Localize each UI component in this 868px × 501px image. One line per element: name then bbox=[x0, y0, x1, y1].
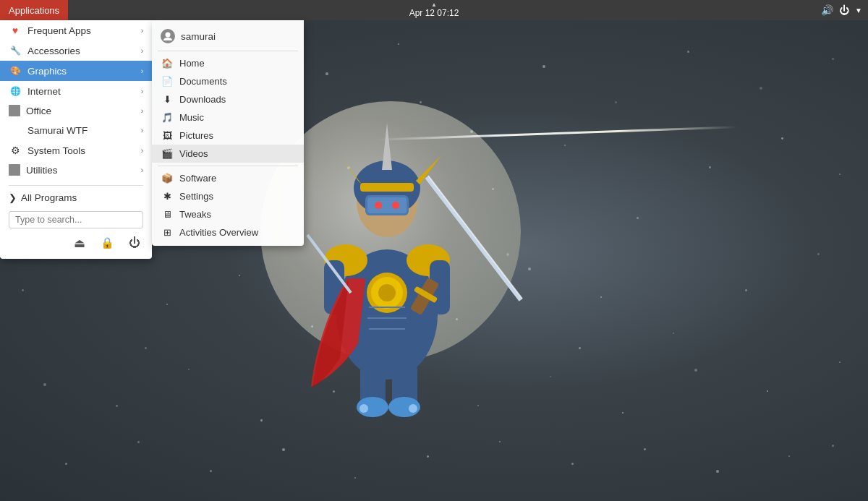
internet-label: Internet bbox=[27, 86, 141, 97]
accessories-label: Accessories bbox=[27, 46, 141, 56]
submenu-divider-top bbox=[158, 51, 298, 51]
submenu-downloads[interactable]: ⬇ Downloads bbox=[152, 90, 304, 108]
menu-item-graphics[interactable]: 🎨 Graphics › bbox=[0, 61, 152, 81]
submenu-tweaks[interactable]: 🖥 Tweaks bbox=[152, 205, 304, 223]
all-programs-icon: ❯ bbox=[9, 192, 17, 203]
downloads-icon: ⬇ bbox=[161, 94, 174, 105]
svg-marker-7 bbox=[340, 155, 362, 184]
menu-item-utilities[interactable]: Utilities › bbox=[0, 160, 152, 179]
tweaks-icon: 🖥 bbox=[161, 209, 174, 220]
home-icon: 🏠 bbox=[161, 58, 174, 69]
pictures-icon: 🖼 bbox=[161, 130, 174, 141]
utilities-icon bbox=[9, 164, 20, 176]
all-programs-item[interactable]: ❯ All Programs bbox=[0, 189, 152, 207]
internet-icon: 🌐 bbox=[9, 85, 22, 98]
submenu-pictures[interactable]: 🖼 Pictures bbox=[152, 127, 304, 145]
svg-rect-11 bbox=[367, 197, 407, 213]
software-icon: 📦 bbox=[161, 173, 174, 184]
videos-icon: 🎬 bbox=[161, 148, 174, 159]
office-label: Office bbox=[26, 106, 141, 116]
svg-point-3 bbox=[378, 284, 396, 301]
menu-divider-1 bbox=[9, 185, 143, 186]
activities-label: Activities Overview bbox=[179, 227, 258, 238]
samurai-wtf-label: Samurai WTF bbox=[27, 125, 141, 136]
panel-right: 🔊 ⏻ ▼ bbox=[821, 4, 868, 16]
menu-bottom-actions: ⏏ 🔒 ⏻ bbox=[0, 233, 152, 253]
username-label: samurai bbox=[181, 31, 216, 42]
submenu-activities-overview[interactable]: ⊞ Activities Overview bbox=[152, 223, 304, 241]
submenu-software[interactable]: 📦 Software bbox=[152, 169, 304, 187]
menu-item-system-tools[interactable]: ⚙ System Tools › bbox=[0, 140, 152, 160]
arrow-icon-5: › bbox=[141, 127, 143, 134]
top-panel: Applications ▲ Apr 12 07:12 🔊 ⏻ ▼ bbox=[0, 0, 868, 20]
svg-point-12 bbox=[375, 202, 382, 209]
arrow-icon-2: › bbox=[141, 67, 143, 75]
all-programs-label: All Programs bbox=[21, 192, 77, 203]
submenu-settings[interactable]: ✱ Settings bbox=[152, 187, 304, 205]
applications-button[interactable]: Applications bbox=[0, 0, 68, 20]
panel-up-arrow: ▲ bbox=[431, 2, 437, 8]
heart-icon: ♥ bbox=[9, 24, 22, 37]
activities-icon: ⊞ bbox=[161, 227, 174, 238]
panel-datetime: Apr 12 07:12 bbox=[409, 8, 459, 18]
samurai-icon bbox=[9, 124, 22, 137]
office-icon bbox=[9, 105, 20, 116]
search-row bbox=[0, 207, 152, 233]
documents-icon: 📄 bbox=[161, 76, 174, 87]
menu-item-office[interactable]: Office › bbox=[0, 101, 152, 120]
submenu-section-divider bbox=[158, 166, 298, 166]
music-icon: 🎵 bbox=[161, 112, 174, 123]
tweaks-label: Tweaks bbox=[179, 209, 211, 220]
downloads-label: Downloads bbox=[179, 94, 226, 105]
submenu-documents[interactable]: 📄 Documents bbox=[152, 72, 304, 90]
desktop: Applications ▲ Apr 12 07:12 🔊 ⏻ ▼ ♥ Freq… bbox=[0, 0, 868, 501]
power-button[interactable]: ⏻ bbox=[126, 234, 143, 252]
menu-item-accessories[interactable]: 🔧 Accessories › bbox=[0, 40, 152, 61]
menu-item-samurai-wtf[interactable]: Samurai WTF › bbox=[0, 120, 152, 140]
arrow-icon-6: › bbox=[141, 147, 143, 155]
svg-rect-9 bbox=[360, 183, 414, 192]
pictures-label: Pictures bbox=[179, 130, 213, 141]
svg-marker-6 bbox=[382, 123, 392, 170]
settings-icon: ✱ bbox=[161, 191, 174, 202]
svg-point-32 bbox=[166, 33, 171, 38]
arrow-icon-4: › bbox=[141, 107, 143, 115]
user-avatar bbox=[161, 29, 175, 43]
lock-button[interactable]: 🔒 bbox=[98, 234, 116, 252]
sound-icon[interactable]: 🔊 bbox=[821, 4, 833, 16]
power-icon[interactable]: ⏻ bbox=[839, 4, 849, 16]
system-tools-label: System Tools bbox=[27, 145, 141, 156]
panel-center: ▲ Apr 12 07:12 bbox=[409, 2, 459, 18]
submenu-username: samurai bbox=[152, 25, 304, 49]
svg-point-13 bbox=[392, 202, 399, 209]
svg-point-23 bbox=[409, 404, 417, 413]
frequent-apps-label: Frequent Apps bbox=[27, 25, 141, 36]
panel-menu-arrow[interactable]: ▼ bbox=[855, 7, 862, 14]
utilities-label: Utilities bbox=[26, 165, 141, 176]
music-label: Music bbox=[179, 112, 204, 123]
system-tools-icon: ⚙ bbox=[9, 144, 22, 157]
videos-label: Videos bbox=[179, 148, 208, 159]
home-label: Home bbox=[179, 58, 205, 69]
suspend-button[interactable]: ⏏ bbox=[71, 234, 88, 252]
software-label: Software bbox=[179, 173, 216, 184]
settings-label: Settings bbox=[179, 191, 213, 202]
graphics-label: Graphics bbox=[27, 66, 141, 77]
app-menu: ♥ Frequent Apps › 🔧 Accessories › 🎨 Grap… bbox=[0, 20, 152, 259]
svg-point-22 bbox=[359, 404, 368, 413]
submenu-home[interactable]: 🏠 Home bbox=[152, 54, 304, 72]
submenu-panel: samurai 🏠 Home 📄 Documents ⬇ Downloads 🎵… bbox=[152, 20, 304, 246]
arrow-icon-7: › bbox=[141, 166, 143, 174]
documents-label: Documents bbox=[179, 76, 227, 87]
panel-left: Applications bbox=[0, 0, 68, 20]
arrow-icon-0: › bbox=[141, 27, 143, 35]
submenu-videos[interactable]: 🎬 Videos bbox=[152, 145, 304, 163]
graphics-icon: 🎨 bbox=[9, 64, 22, 77]
arrow-icon-1: › bbox=[141, 47, 143, 55]
submenu-music[interactable]: 🎵 Music bbox=[152, 108, 304, 127]
arrow-icon-3: › bbox=[141, 87, 143, 95]
menu-item-frequent-apps[interactable]: ♥ Frequent Apps › bbox=[0, 20, 152, 40]
search-input[interactable] bbox=[9, 211, 143, 228]
menu-item-internet[interactable]: 🌐 Internet › bbox=[0, 81, 152, 101]
accessories-icon: 🔧 bbox=[9, 44, 22, 57]
